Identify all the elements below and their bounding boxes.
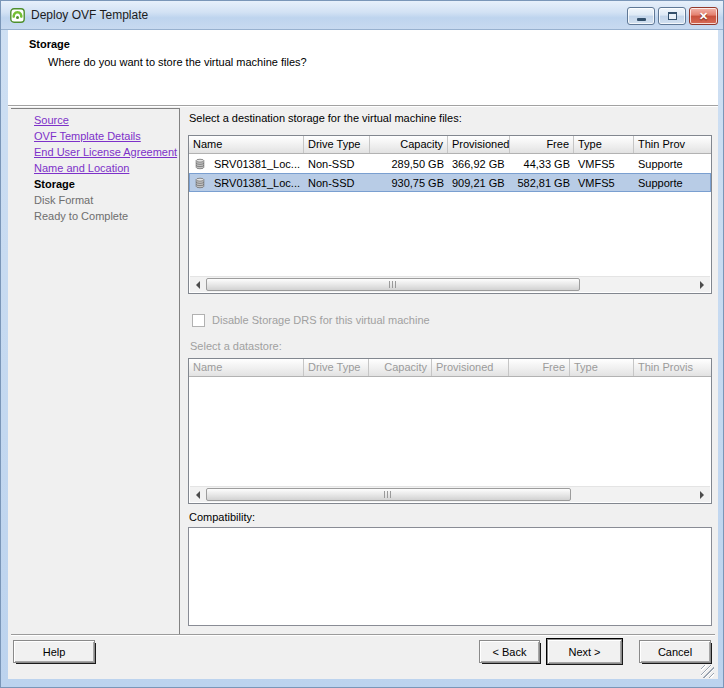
cancel-button[interactable]: Cancel (639, 640, 711, 663)
scroll-left-button[interactable] (190, 487, 206, 503)
sidebar-item-end-user-license-agreement[interactable]: End User License Agreement (34, 146, 177, 158)
datastore-name: SRV01381_Loc... (214, 177, 300, 189)
scrollbar-thumb[interactable] (206, 488, 571, 501)
column-header-free[interactable]: Free (510, 136, 574, 153)
back-button[interactable]: < Back (479, 640, 540, 663)
cell-capacity: 930,75 GB (370, 177, 448, 189)
sidebar-item-disk-format: Disk Format (34, 194, 93, 206)
compatibility-label: Compatibility: (189, 511, 255, 523)
close-icon: ✕ (699, 11, 708, 22)
cell-capacity: 289,50 GB (370, 158, 448, 170)
page-title: Storage (29, 38, 70, 50)
next-button[interactable]: Next > (547, 639, 622, 664)
datastore-row[interactable]: SRV01381_Loc... Non-SSD 289,50 GB 366,92… (189, 154, 711, 173)
help-button[interactable]: Help (13, 640, 95, 663)
column-header-capacity: Capacity (369, 359, 432, 376)
column-header-type[interactable]: Type (574, 136, 634, 153)
column-header-drive-type[interactable]: Drive Type (304, 136, 370, 153)
maximize-icon (668, 12, 677, 20)
disable-storage-drs-checkbox (192, 314, 205, 327)
cell-drive-type: Non-SSD (304, 177, 370, 189)
window-title: Deploy OVF Template (31, 8, 148, 22)
disable-storage-drs-label: Disable Storage DRS for this virtual mac… (212, 314, 430, 326)
header-divider (8, 105, 718, 107)
deploy-ovf-template-window: Deploy OVF Template ✕ Storage Where do y… (0, 0, 724, 688)
column-header-drive-type: Drive Type (304, 359, 369, 376)
cell-free: 582,81 GB (510, 177, 574, 189)
scrollbar-thumb[interactable] (206, 278, 580, 291)
select-datastore-label: Select a datastore: (190, 340, 282, 352)
sidebar-item-ready-to-complete: Ready to Complete (34, 210, 128, 222)
scrollbar-grip-icon (384, 491, 393, 498)
scroll-left-icon (196, 491, 200, 499)
column-header-thin-provis: Thin Provis (634, 359, 711, 376)
sidebar-item-source[interactable]: Source (34, 114, 69, 126)
datastore-table: Name Drive Type Capacity Provisioned Fre… (188, 358, 712, 504)
datastore-name: SRV01381_Loc... (214, 158, 300, 170)
storage-table-header: Name Drive Type Capacity Provisioned Fre… (189, 136, 711, 154)
sidebar-item-storage-current: Storage (34, 178, 75, 190)
scroll-right-icon (700, 491, 704, 499)
scroll-right-icon (700, 281, 704, 289)
cell-drive-type: Non-SSD (304, 158, 370, 170)
minimize-icon (637, 18, 646, 21)
column-header-thin-prov[interactable]: Thin Prov (634, 136, 711, 153)
close-button[interactable]: ✕ (689, 7, 718, 25)
sidebar-item-ovf-template-details[interactable]: OVF Template Details (34, 130, 141, 142)
column-header-type: Type (570, 359, 634, 376)
compatibility-box (188, 527, 712, 626)
column-header-capacity[interactable]: Capacity (370, 136, 448, 153)
scroll-left-button[interactable] (190, 277, 206, 293)
column-header-provisioned: Provisioned (432, 359, 509, 376)
datastore-table-horizontal-scrollbar[interactable] (190, 486, 710, 502)
storage-table-horizontal-scrollbar[interactable] (190, 276, 710, 292)
datastore-table-header: Name Drive Type Capacity Provisioned Fre… (189, 359, 711, 377)
cell-type: VMFS5 (574, 158, 634, 170)
scrollbar-grip-icon (389, 281, 398, 288)
resize-grip[interactable] (701, 665, 714, 678)
datastore-icon (195, 176, 205, 190)
wizard-header: Storage Where do you want to store the v… (8, 30, 718, 105)
vsphere-app-icon (10, 8, 25, 23)
column-header-name[interactable]: Name (189, 136, 304, 153)
minimize-button[interactable] (627, 7, 655, 25)
datastore-icon (195, 157, 205, 171)
scroll-left-icon (196, 281, 200, 289)
cell-type: VMFS5 (574, 177, 634, 189)
dialog-content: Storage Where do you want to store the v… (8, 30, 718, 679)
footer-divider (11, 634, 715, 636)
cell-thin-provisioning: Supporte (634, 177, 711, 189)
cell-thin-provisioning: Supporte (634, 158, 711, 170)
cell-free: 44,33 GB (510, 158, 574, 170)
scroll-right-button[interactable] (694, 277, 710, 293)
page-subtitle: Where do you want to store the virtual m… (48, 56, 307, 68)
storage-table: Name Drive Type Capacity Provisioned Fre… (188, 135, 712, 294)
column-header-name: Name (189, 359, 304, 376)
scrollbar-track[interactable] (206, 487, 694, 503)
datastore-row-selected[interactable]: SRV01381_Loc... Non-SSD 930,75 GB 909,21… (189, 173, 711, 192)
wizard-steps-panel: Source OVF Template Details End User Lic… (11, 108, 180, 634)
scrollbar-track[interactable] (206, 277, 694, 293)
select-storage-label: Select a destination storage for the vir… (189, 112, 462, 124)
scroll-right-button[interactable] (694, 487, 710, 503)
sidebar-item-name-and-location[interactable]: Name and Location (34, 162, 129, 174)
column-header-provisioned[interactable]: Provisioned (448, 136, 510, 153)
cell-provisioned: 366,92 GB (448, 158, 510, 170)
column-header-free: Free (509, 359, 570, 376)
title-bar[interactable]: Deploy OVF Template ✕ (1, 1, 724, 30)
maximize-button[interactable] (658, 7, 686, 25)
cell-provisioned: 909,21 GB (448, 177, 510, 189)
